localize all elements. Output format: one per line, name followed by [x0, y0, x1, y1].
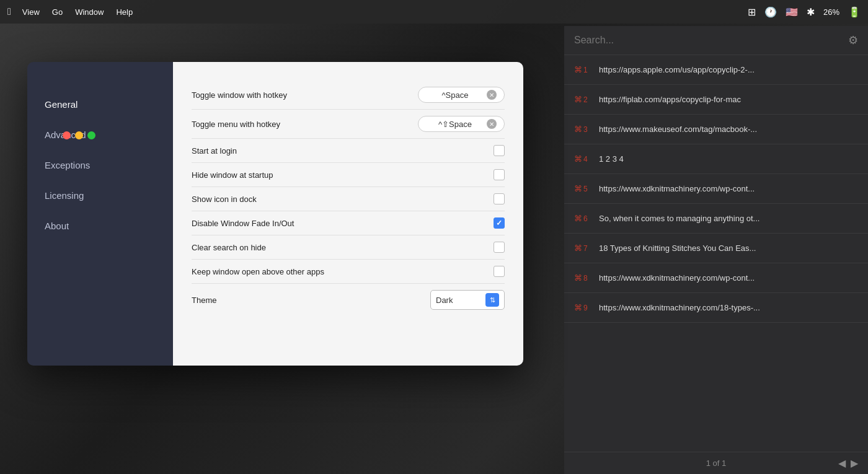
menu-help[interactable]: Help	[110, 7, 139, 17]
command-symbol: ⌘	[574, 125, 582, 134]
battery-icon: 🔋	[848, 6, 861, 18]
clipboard-list-item[interactable]: ⌘2 https://fiplab.com/apps/copyclip-for-…	[564, 85, 868, 115]
theme-select[interactable]: Dark ⇅	[430, 290, 505, 310]
clip-shortcut: ⌘1	[574, 65, 599, 74]
prev-page-arrow[interactable]: ◀	[838, 457, 846, 469]
theme-select-arrow-icon[interactable]: ⇅	[485, 293, 499, 307]
command-symbol: ⌘	[574, 154, 582, 164]
clear-search-on-hide-label: Clear search on hide	[192, 243, 494, 252]
theme-select-value: Dark	[436, 296, 482, 305]
clipboard-panel: ⚙ ⌘1 https://apps.apple.com/us/app/copyc…	[564, 26, 868, 474]
clipboard-list-item[interactable]: ⌘5 https://www.xdknitmachinery.com/wp-co…	[564, 174, 868, 204]
sidebar-item-advanced[interactable]: Advanced	[32, 121, 168, 149]
command-symbol: ⌘	[574, 65, 582, 74]
apple-menu-icon[interactable]: 	[7, 6, 11, 17]
clipboard-list-item[interactable]: ⌘3 https://www.makeuseof.com/tag/macbook…	[564, 115, 868, 144]
toggle-menu-hotkey-label: Toggle menu with hotkey	[192, 120, 418, 129]
clipboard-list-item[interactable]: ⌘8 https://www.xdknitmachinery.com/wp-co…	[564, 263, 868, 293]
settings-main-content: Toggle window with hotkey ^Space ✕ Toggl…	[173, 62, 523, 366]
clip-shortcut: ⌘5	[574, 184, 599, 193]
clip-text: https://www.xdknitmachinery.com/18-types…	[599, 303, 858, 312]
clear-search-on-hide-row: Clear search on hide	[192, 235, 505, 260]
toggle-window-hotkey-value: ^Space	[427, 90, 483, 100]
clip-text: https://fiplab.com/apps/copyclip-for-mac	[599, 95, 858, 104]
time-machine-icon[interactable]: 🕐	[764, 6, 777, 18]
clipboard-list-item[interactable]: ⌘4 1 2 3 4	[564, 144, 868, 174]
clipboard-list: ⌘1 https://apps.apple.com/us/app/copycli…	[564, 55, 868, 452]
clip-text: https://apps.apple.com/us/app/copyclip-2…	[599, 65, 858, 74]
sidebar-item-general[interactable]: General	[32, 90, 168, 118]
clip-shortcut: ⌘9	[574, 303, 599, 312]
close-button[interactable]	[63, 131, 71, 139]
window-controls	[63, 131, 95, 139]
toggle-menu-hotkey-control: ^⇧Space ✕	[418, 116, 505, 132]
clipboard-list-item[interactable]: ⌘7 18 Types of Knitting Stitches You Can…	[564, 234, 868, 263]
flag-icon[interactable]: 🇺🇸	[786, 6, 798, 18]
minimize-button[interactable]	[75, 131, 83, 139]
clear-search-on-hide-control	[494, 242, 505, 253]
theme-control: Dark ⇅	[430, 290, 505, 310]
clipboard-search-bar: ⚙	[564, 26, 868, 55]
clip-text: 18 Types of Knitting Stitches You Can Ea…	[599, 244, 858, 253]
toggle-window-hotkey-pill[interactable]: ^Space ✕	[418, 87, 505, 103]
sidebar-item-exceptions[interactable]: Exceptions	[32, 151, 168, 179]
battery-indicator: 26%	[823, 7, 839, 17]
clip-shortcut: ⌘2	[574, 95, 599, 104]
disable-window-fade-control	[494, 217, 505, 229]
show-icon-in-dock-checkbox[interactable]	[494, 193, 505, 204]
clear-search-on-hide-checkbox[interactable]	[494, 242, 505, 253]
theme-row: Theme Dark ⇅	[192, 284, 505, 316]
clipboard-footer: 1 of 1 ◀ ▶	[564, 452, 868, 474]
settings-window: General Advanced Exceptions Licensing Ab…	[27, 62, 523, 366]
keep-window-open-label: Keep window open above other apps	[192, 267, 494, 276]
search-input[interactable]	[574, 35, 848, 46]
start-at-login-row: Start at login	[192, 139, 505, 163]
clipboard-list-item[interactable]: ⌘6 So, when it comes to managing anythin…	[564, 204, 868, 234]
next-page-arrow[interactable]: ▶	[851, 457, 858, 469]
start-at-login-label: Start at login	[192, 146, 494, 156]
maximize-button[interactable]	[87, 131, 95, 139]
menu-window[interactable]: Window	[69, 7, 110, 17]
clip-text: https://www.xdknitmachinery.com/wp-cont.…	[599, 184, 858, 193]
bluetooth-icon[interactable]: ✱	[807, 6, 815, 18]
theme-label: Theme	[192, 296, 430, 305]
show-icon-in-dock-control	[494, 193, 505, 204]
hide-window-at-startup-checkbox[interactable]	[494, 169, 505, 180]
command-symbol: ⌘	[574, 244, 582, 253]
toggle-window-hotkey-row: Toggle window with hotkey ^Space ✕	[192, 81, 505, 110]
chevron-updown-icon: ⇅	[490, 296, 495, 304]
sidebar-item-licensing[interactable]: Licensing	[32, 182, 168, 209]
settings-sidebar: General Advanced Exceptions Licensing Ab…	[27, 62, 173, 366]
hide-window-at-startup-row: Hide window at startup	[192, 163, 505, 187]
pagination-nav: ◀ ▶	[838, 457, 858, 469]
toggle-menu-hotkey-value: ^⇧Space	[427, 120, 483, 129]
toggle-menu-hotkey-clear[interactable]: ✕	[487, 119, 497, 129]
copyclip-icon[interactable]: ⊞	[748, 6, 756, 18]
toggle-menu-hotkey-pill[interactable]: ^⇧Space ✕	[418, 116, 505, 132]
menu-view[interactable]: View	[16, 7, 46, 17]
hide-window-at-startup-control	[494, 169, 505, 180]
command-symbol: ⌘	[574, 273, 582, 283]
settings-gear-icon[interactable]: ⚙	[848, 33, 858, 47]
toggle-window-hotkey-clear[interactable]: ✕	[487, 90, 497, 100]
start-at-login-checkbox[interactable]	[494, 145, 505, 156]
page-indicator: 1 of 1	[706, 459, 727, 468]
keep-window-open-row: Keep window open above other apps	[192, 260, 505, 284]
clip-text: https://www.xdknitmachinery.com/wp-cont.…	[599, 273, 858, 283]
clipboard-list-item[interactable]: ⌘9 https://www.xdknitmachinery.com/18-ty…	[564, 293, 868, 323]
show-icon-in-dock-row: Show icon in dock	[192, 187, 505, 211]
menubar:  View Go Window Help ⊞ 🕐 🇺🇸 ✱ 26% 🔋	[0, 0, 868, 24]
clip-shortcut: ⌘4	[574, 154, 599, 164]
keep-window-open-checkbox[interactable]	[494, 266, 505, 277]
command-symbol: ⌘	[574, 214, 582, 223]
toggle-window-hotkey-control: ^Space ✕	[418, 87, 505, 103]
disable-window-fade-checkbox[interactable]	[494, 217, 505, 229]
command-symbol: ⌘	[574, 184, 582, 193]
clipboard-list-item[interactable]: ⌘1 https://apps.apple.com/us/app/copycli…	[564, 55, 868, 85]
sidebar-item-about[interactable]: About	[32, 212, 168, 240]
hide-window-at-startup-label: Hide window at startup	[192, 170, 494, 180]
keep-window-open-control	[494, 266, 505, 277]
menu-go[interactable]: Go	[46, 7, 69, 17]
toggle-window-hotkey-label: Toggle window with hotkey	[192, 90, 418, 100]
show-icon-in-dock-label: Show icon in dock	[192, 195, 494, 204]
